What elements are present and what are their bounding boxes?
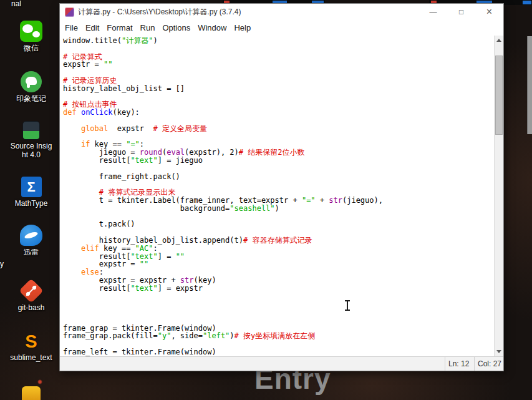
window-title: 计算器.py - C:\Users\Y\Desktop\计算器.py (3.7.… [78,7,241,17]
scroll-up-arrow[interactable] [495,36,503,45]
xunlei-icon [20,225,42,246]
code-line [63,308,493,316]
wechat-icon [20,21,42,42]
window-controls: — □ × [419,4,503,20]
desktop: nal y Entry 微信 印象笔记 Source Insight 4.0 Σ… [0,0,532,400]
vertical-scrollbar[interactable] [494,36,503,356]
sublime-text-icon: S [21,331,42,351]
code-line: window.title("计算器") [63,37,493,45]
minimize-button[interactable]: — [419,4,447,20]
scroll-down-arrow[interactable] [495,347,503,356]
code-line [63,45,493,53]
icon-label: 微信 [24,44,39,52]
menu-file[interactable]: File [65,23,78,32]
partial-icon-label-left: y [0,260,4,268]
status-col: Col: 27 [474,357,503,371]
desktop-icon-mathtype[interactable]: Σ MathType [1,177,61,208]
idle-file-icon [65,7,74,17]
code-line [63,69,493,77]
code-line: result["text"] = expstr [63,285,493,293]
editor-area[interactable]: window.title("计算器") # 记录算式expstr = "" # … [60,36,503,356]
evernote-icon [21,71,42,92]
background-scrollbar-strip [527,36,532,134]
menu-edit[interactable]: Edit [85,23,99,32]
icon-label: sublime_text [10,353,52,362]
scrollbar-thumb[interactable] [495,56,503,135]
desktop-icon-sublime-text[interactable]: S sublime_text [1,331,61,362]
code-line: # 记录算式 [63,53,493,61]
status-line: Ln: 12 [445,357,474,371]
source-insight-icon [22,121,40,140]
code-line: global expstr # 定义全局变量 [63,125,493,133]
menu-window[interactable]: Window [198,23,226,32]
code-line: expstr = "" [63,61,493,69]
partial-icon-label-top: nal [11,0,21,8]
code-line: def onClick(key): [63,109,493,117]
menu-help[interactable]: Help [234,23,251,32]
partial-icon [22,386,41,400]
menu-bar: File Edit Format Run Options Window Help [60,20,503,36]
desktop-icon-git-bash[interactable]: git-bash [1,280,61,312]
menu-run[interactable]: Run [140,23,155,32]
git-bash-icon [19,278,44,303]
code-line: frame_grap.pack(fill="y", side="left")# … [63,332,493,340]
icon-label: 印象笔记 [16,94,46,103]
code-line [63,93,493,101]
menu-format[interactable]: Format [107,23,132,32]
title-bar[interactable]: 计算器.py - C:\Users\Y\Desktop\计算器.py (3.7.… [60,4,503,20]
triangle-down-icon [496,350,501,353]
menu-options[interactable]: Options [162,23,190,32]
code-line [63,293,493,301]
maximize-button[interactable]: □ [447,4,475,20]
desktop-icon-partial-bottom[interactable] [1,386,61,400]
code-line: frame_right.pack() [63,173,493,181]
idle-window: 计算器.py - C:\Users\Y\Desktop\计算器.py (3.7.… [59,3,504,371]
fragment-blue-icon [523,1,531,4]
code-line: result["text"] = jieguo [63,157,493,165]
icon-label: Source Insight 4.0 [11,142,52,159]
icon-label: 迅雷 [24,248,39,256]
desktop-icon-xunlei[interactable]: 迅雷 [1,225,61,256]
triangle-up-icon [496,39,501,42]
code-line: history_label_obj_list = [] [63,85,493,93]
code-line: expstr = "" [63,260,493,268]
code-line: t.pack() [63,220,493,228]
icon-label: MathType [15,199,48,208]
status-bar: Ln: 12 Col: 27 [60,356,503,371]
icon-label: git-bash [18,303,45,312]
code-line: frame_left = tkinter.Frame(window) [63,348,493,356]
code-line: background="seashell") [63,205,493,213]
desktop-icon-evernote[interactable]: 印象笔记 [1,71,61,103]
code-text[interactable]: window.title("计算器") # 记录算式expstr = "" # … [63,37,493,356]
code-line [63,300,493,308]
desktop-icon-source-insight[interactable]: Source Insight 4.0 [1,121,61,159]
mouse-cursor-ibeam [344,300,351,311]
close-button[interactable]: × [475,4,503,20]
desktop-icon-wechat[interactable]: 微信 [1,21,61,52]
mathtype-icon: Σ [21,177,42,197]
